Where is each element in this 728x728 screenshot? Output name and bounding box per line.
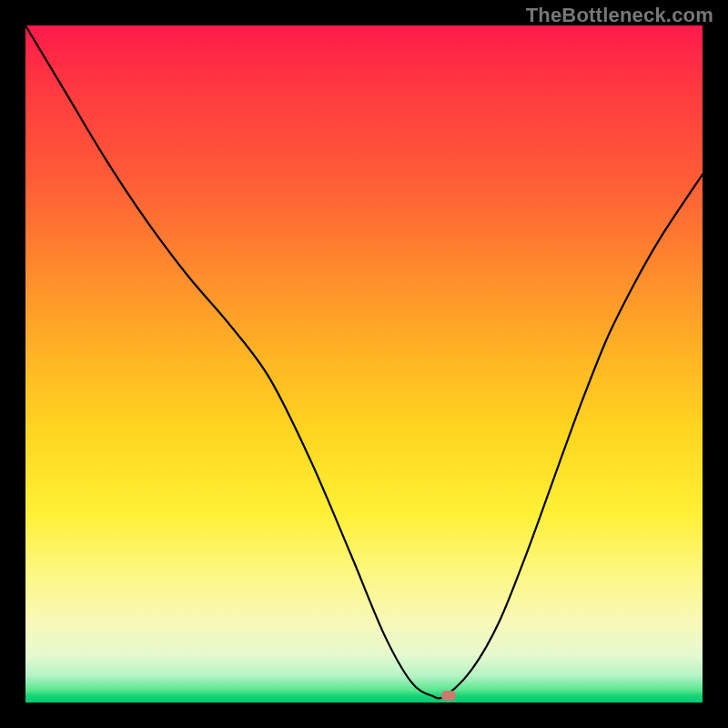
chart-container: TheBottleneck.com — [0, 0, 728, 728]
svg-rect-2 — [0, 0, 25, 728]
svg-rect-3 — [703, 0, 728, 728]
watermark-text: TheBottleneck.com — [526, 4, 713, 27]
svg-rect-1 — [0, 703, 728, 728]
plot-frame — [0, 0, 728, 728]
